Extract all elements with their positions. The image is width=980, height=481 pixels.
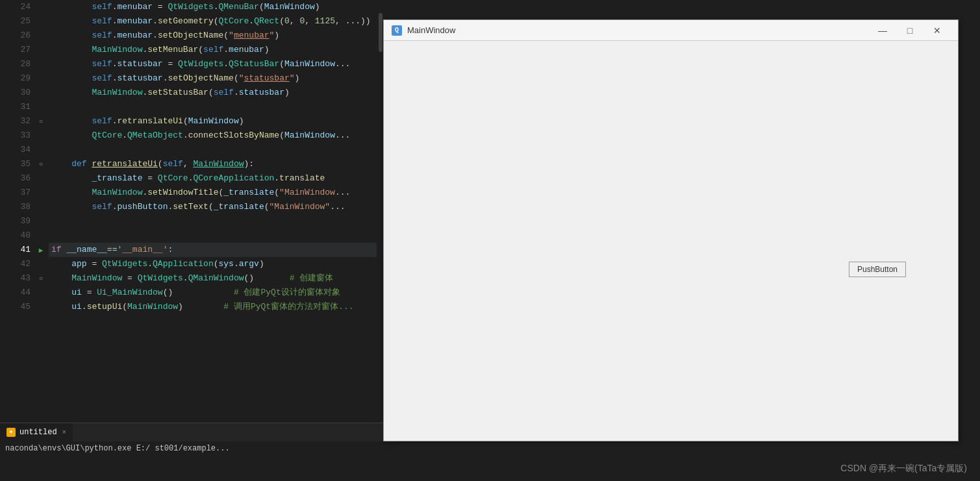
code-line-36: _translate = QtCore.QCoreApplication.tra…	[49, 171, 383, 186]
ln-34: 34	[0, 143, 31, 157]
terminal-tab-close[interactable]: ×	[62, 428, 67, 436]
code-line-27: MainWindow.setMenuBar(self.menubar)	[49, 43, 383, 57]
resize-handle[interactable]	[949, 432, 957, 439]
csdn-watermark: CSDN @再来一碗(TaTa专属版)	[840, 463, 967, 475]
code-line-28: self.statusbar = QtWidgets.QStatusBar(Ma…	[49, 57, 383, 71]
ln-26: 26	[0, 29, 31, 43]
breakpoint-circle-43[interactable]: ○	[36, 271, 46, 286]
code-line-24: self.menubar = QtWidgets.QMenuBar(MainWi…	[49, 0, 383, 14]
editor-area: 24 25 26 27 28 29 30 31 32 33 34 35 36 3…	[0, 0, 383, 481]
code-line-33: QtCore.QMetaObject.connectSlotsByName(Ma…	[49, 129, 383, 143]
ln-32: 32	[0, 114, 31, 129]
ln-38: 38	[0, 200, 31, 214]
code-line-42: app = QtWidgets.QApplication(sys.argv)	[49, 257, 383, 271]
breakpoint-circle-33[interactable]: ○	[36, 114, 46, 129]
ln-33: 33	[0, 129, 31, 143]
code-line-26: self.menubar.setObjectName("menubar")	[49, 29, 383, 43]
terminal-content: naconda\envs\GUI\python.exe E:/ st001/ex…	[0, 441, 383, 456]
gutter: ○ ○ ▶ ○	[36, 0, 49, 481]
code-lines[interactable]: self.menubar = QtWidgets.QMenuBar(MainWi…	[49, 0, 383, 314]
code-line-39	[49, 214, 383, 228]
editor-scrollbar[interactable]	[377, 0, 383, 481]
qt-push-button[interactable]: PushButton	[849, 262, 906, 277]
code-line-31	[49, 100, 383, 114]
code-line-32: self.retranslateUi(MainWindow)	[49, 114, 383, 129]
qt-minimize-button[interactable]: —	[870, 21, 896, 40]
qt-title-text: MainWindow	[407, 25, 864, 35]
code-line-35: def retranslateUi(self, MainWindow):	[49, 157, 383, 171]
terminal-tabs: ● untitled ×	[0, 423, 383, 441]
qt-body: PushButton	[384, 41, 958, 441]
terminal-area: ● untitled × naconda\envs\GUI\python.exe…	[0, 423, 383, 481]
qt-titlebar: Q MainWindow — □ ✕	[384, 20, 958, 41]
code-line-44: ui = Ui_MainWindow() # 创建PyQt设计的窗体对象	[49, 286, 383, 300]
code-line-34	[49, 143, 383, 157]
ln-45: 45	[0, 300, 31, 314]
terminal-tab-icon: ●	[6, 428, 16, 437]
qt-title-icon: Q	[392, 25, 402, 36]
qt-close-button[interactable]: ✕	[924, 21, 950, 40]
ln-35: 35	[0, 157, 31, 171]
ln-43: 43	[0, 271, 31, 286]
ln-40: 40	[0, 228, 31, 243]
ln-29: 29	[0, 71, 31, 86]
code-content[interactable]: 24 25 26 27 28 29 30 31 32 33 34 35 36 3…	[0, 0, 383, 481]
debug-run-icon[interactable]: ▶	[36, 243, 46, 257]
ln-39: 39	[0, 214, 31, 228]
qt-window-controls: — □ ✕	[870, 21, 950, 40]
code-line-29: self.statusbar.setObjectName("statusbar"…	[49, 71, 383, 86]
ln-24: 24	[0, 0, 31, 14]
qt-maximize-button[interactable]: □	[897, 21, 923, 40]
code-line-40	[49, 228, 383, 243]
ln-28: 28	[0, 57, 31, 71]
ln-41: 41	[0, 243, 31, 257]
editor-scrollbar-thumb[interactable]	[379, 13, 383, 52]
code-line-25: self.menubar.setGeometry(QtCore.QRect(0,…	[49, 14, 383, 29]
ln-44: 44	[0, 286, 31, 300]
line-numbers: 24 25 26 27 28 29 30 31 32 33 34 35 36 3…	[0, 0, 36, 314]
code-line-30: MainWindow.setStatusBar(self.statusbar)	[49, 86, 383, 100]
breakpoint-circle-35[interactable]: ○	[36, 157, 46, 171]
ln-31: 31	[0, 100, 31, 114]
ln-36: 36	[0, 171, 31, 186]
qt-window[interactable]: Q MainWindow — □ ✕ PushButton	[383, 19, 959, 441]
ln-27: 27	[0, 43, 31, 57]
ln-37: 37	[0, 186, 31, 200]
code-line-41: if __name__=='__main__':	[49, 243, 383, 257]
code-line-37: MainWindow.setWindowTitle(_translate("Ma…	[49, 186, 383, 200]
code-line-38: self.pushButton.setText(_translate("Main…	[49, 200, 383, 214]
ln-42: 42	[0, 257, 31, 271]
terminal-tab-label: untitled	[19, 428, 57, 437]
terminal-tab-untitled[interactable]: ● untitled ×	[0, 423, 73, 441]
terminal-command: naconda\envs\GUI\python.exe E:/ st001/ex…	[5, 444, 230, 453]
ln-30: 30	[0, 86, 31, 100]
ln-25: 25	[0, 14, 31, 29]
code-line-45: ui.setupUi(MainWindow) # 调用PyQt窗体的方法对窗体.…	[49, 300, 383, 314]
csdn-watermark-text: CSDN @再来一碗(TaTa专属版)	[840, 463, 967, 473]
code-line-43: MainWindow = QtWidgets.QMainWindow() # 创…	[49, 271, 383, 286]
